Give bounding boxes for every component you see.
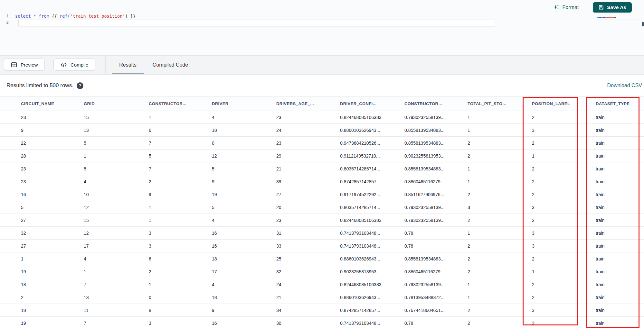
table-cell: 2 <box>462 188 527 201</box>
table-cell: 0.8511627906976... <box>399 188 462 201</box>
table-cell: 32 <box>0 227 79 240</box>
table-cell: 2 <box>527 111 591 124</box>
table-cell: 0.7930232558139... <box>399 278 462 291</box>
table-cell: 16 <box>207 240 271 252</box>
save-as-button-label: Save As <box>607 5 626 10</box>
table-row: 23429390.8742857142857...0.8860465116279… <box>0 175 644 188</box>
table-cell: 8 <box>144 304 207 317</box>
table-cell: train <box>591 137 644 150</box>
tab-results-label: Results <box>119 62 136 68</box>
table-cell: 0.9112149532710... <box>335 150 399 162</box>
table-cell: 0.8742857142857... <box>335 175 399 188</box>
table-cell: 7 <box>79 278 144 291</box>
table-cell: 29 <box>271 150 335 162</box>
column-header: DRIVER_CONFI... <box>335 97 399 111</box>
table-cell: 2 <box>527 291 591 304</box>
table-cell: 3 <box>462 201 527 214</box>
table-cell: 15 <box>79 214 144 227</box>
table-cell: 21 <box>271 291 335 304</box>
table-cell: 2 <box>462 265 527 278</box>
table-cell: 18 <box>207 124 271 137</box>
column-header: CIRCUIT_NAME <box>0 97 79 111</box>
editor-minimap[interactable] <box>597 17 620 18</box>
table-cell: train <box>591 227 644 240</box>
preview-button[interactable]: Preview <box>4 59 45 71</box>
table-cell: 0.7930232558139... <box>399 214 462 227</box>
table-cell: 23 <box>271 214 335 227</box>
table-cell: 30 <box>271 317 335 328</box>
tab-compiled-code-label: Compiled Code <box>153 62 188 68</box>
table-cell: 7 <box>79 317 144 328</box>
table-cell: train <box>591 214 644 227</box>
table-cell: 1 <box>462 111 527 124</box>
results-toolbar: Preview Compile Results Compiled Code <box>0 55 644 75</box>
download-csv-link[interactable]: Download CSV <box>607 75 642 96</box>
table-cell: 7 <box>144 162 207 175</box>
table-cell: train <box>591 150 644 162</box>
table-cell: 1 <box>527 150 591 162</box>
table-cell: 0.8860103626943... <box>335 291 399 304</box>
table-cell: 0.824468085106383 <box>335 111 399 124</box>
toolbar-divider <box>105 56 106 74</box>
table-cell: 3 <box>144 240 207 252</box>
table-cell: 9 <box>207 175 271 188</box>
table-cell: 18 <box>0 304 79 317</box>
table-cell: 3 <box>527 201 591 214</box>
table-cell: 16 <box>207 227 271 240</box>
table-cell: 24 <box>271 124 335 137</box>
editor-scrollbar-thumb[interactable] <box>642 22 644 26</box>
table-cell: 2 <box>462 150 527 162</box>
table-cell: 12 <box>207 150 271 162</box>
column-header: POSITION_LABEL <box>527 97 591 111</box>
table-cell: train <box>591 162 644 175</box>
save-as-button[interactable]: Save As <box>593 2 632 13</box>
table-cell: 9 <box>144 188 207 201</box>
code-line-2[interactable]: 2 <box>0 19 580 26</box>
format-button[interactable]: Format <box>553 4 579 11</box>
table-cell: 0 <box>144 291 207 304</box>
table-cell: 9 <box>207 304 271 317</box>
format-button-label: Format <box>563 5 579 10</box>
table-grid-icon <box>11 62 17 68</box>
table-cell: 0.7930232558139... <box>399 201 462 214</box>
table-cell: 2 <box>527 214 591 227</box>
table-cell: 2 <box>462 240 527 252</box>
table-row: 197316300.7413793103448...0.7823train <box>0 317 644 328</box>
table-row: 231514230.8244680851063830.7930232558139… <box>0 111 644 124</box>
tab-results[interactable]: Results <box>112 56 144 74</box>
table-cell: 2 <box>462 214 527 227</box>
table-cell: 19 <box>0 265 79 278</box>
table-cell: 0.78 <box>399 317 462 328</box>
table-cell: 2 <box>527 137 591 150</box>
tab-compiled-code[interactable]: Compiled Code <box>147 56 193 74</box>
table-cell: 0.9473684210526... <box>335 137 399 150</box>
help-icon[interactable]: ? <box>77 82 83 89</box>
table-cell: 2 <box>144 175 207 188</box>
table-cell: 16 <box>207 317 271 328</box>
code-line-1[interactable]: 1select * from {{ ref('train_test_positi… <box>0 13 580 19</box>
table-cell: 15 <box>79 111 144 124</box>
code-editor[interactable]: 1select * from {{ ref('train_test_positi… <box>0 13 580 26</box>
table-cell: 1 <box>462 175 527 188</box>
table-cell: 18 <box>207 291 271 304</box>
table-cell: 0.8558139534883... <box>399 252 462 265</box>
table-cell: 6 <box>144 124 207 137</box>
table-cell: 22 <box>0 137 79 150</box>
table-cell: 18 <box>0 278 79 291</box>
table-cell: train <box>591 252 644 265</box>
table-cell: train <box>591 317 644 328</box>
table-cell: 1 <box>79 150 144 162</box>
table-cell: 5 <box>79 137 144 150</box>
table-row: 1610919270.9171974522292...0.85116279069… <box>0 188 644 201</box>
table-cell: 2 <box>462 137 527 150</box>
table-cell: 3 <box>527 304 591 317</box>
sql-editor-pane[interactable]: Format Save As 1select * from {{ ref('tr… <box>0 0 644 55</box>
table-cell: 2 <box>527 162 591 175</box>
compile-button[interactable]: Compile <box>53 59 95 71</box>
table-cell: 1 <box>0 252 79 265</box>
table-cell: 1 <box>144 111 207 124</box>
table-cell: train <box>591 175 644 188</box>
table-cell: 32 <box>271 265 335 278</box>
table-cell: 0.824468085106383 <box>335 278 399 291</box>
table-header-row: CIRCUIT_NAMEGRIDCONSTRUCTOR...DRIVERDRIV… <box>0 97 644 111</box>
